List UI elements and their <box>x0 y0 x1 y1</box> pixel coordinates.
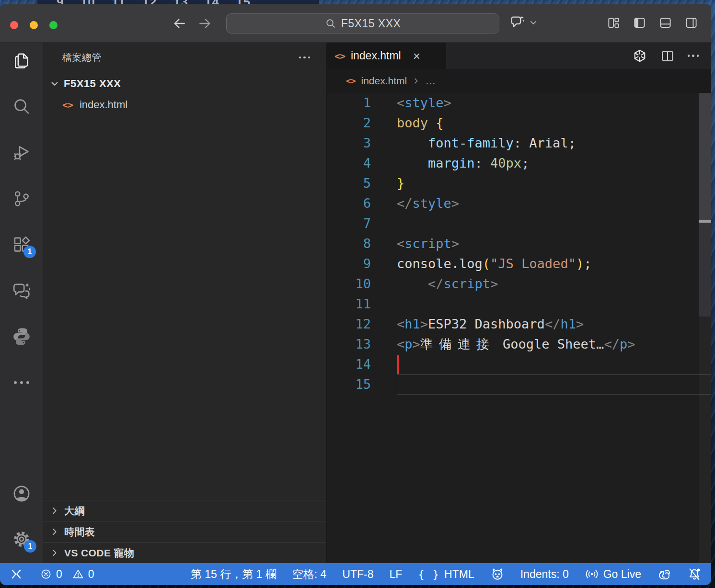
source-control-icon[interactable] <box>12 189 31 208</box>
vscode-pets-icon[interactable] <box>490 567 505 581</box>
warning-count: 0 <box>88 568 94 581</box>
line-number: 10 <box>327 274 397 294</box>
folder-row[interactable]: F5X15 XXX <box>43 73 326 94</box>
code-line[interactable]: 3 font-family: Arial; <box>327 133 711 153</box>
indent-guide <box>397 153 397 173</box>
line-number: 13 <box>327 334 397 354</box>
explorer-more-actions-icon[interactable] <box>299 57 311 59</box>
close-tab-icon[interactable]: × <box>413 50 420 62</box>
search-sidebar-icon[interactable] <box>12 97 31 116</box>
section-label: 時間表 <box>64 525 95 539</box>
editor-more-actions-icon[interactable] <box>688 55 699 57</box>
code-line[interactable]: 15 <box>327 374 711 395</box>
extensions-icon[interactable]: 1 <box>12 235 31 254</box>
explorer-icon[interactable] <box>12 51 31 70</box>
eol-status[interactable]: LF <box>389 568 402 581</box>
line-number: 11 <box>327 294 397 314</box>
language-status[interactable]: { } HTML <box>418 568 474 581</box>
code-line[interactable]: 10 </script> <box>327 274 711 294</box>
go-live-label: Go Live <box>603 568 641 581</box>
chevron-down-icon[interactable] <box>529 18 538 27</box>
copilot-chat-icon[interactable] <box>509 14 525 31</box>
code-line[interactable]: 9console.log("JS Loaded"); <box>327 254 711 274</box>
search-value: F5X15 XXX <box>341 17 401 30</box>
chevron-right-icon <box>50 548 59 557</box>
root-folder-name: F5X15 XXX <box>64 78 121 90</box>
code-line[interactable]: 13<p>準備連接 Google Sheet…</p> <box>327 334 711 354</box>
brackets-icon: { } <box>418 568 440 580</box>
activity-bar: 1 1 <box>0 43 43 563</box>
cursor-position-status[interactable]: 第 15 行，第 1 欄 <box>191 567 277 582</box>
command-center-search[interactable]: F5X15 XXX <box>226 13 499 34</box>
section-timeline[interactable]: 時間表 <box>43 521 326 542</box>
code-line[interactable]: 14 <box>327 354 711 374</box>
customize-layout-icon[interactable] <box>607 16 620 29</box>
code-line[interactable]: 12<h1>ESP32 Dashboard</h1> <box>327 314 711 334</box>
code-text: </style> <box>397 193 711 214</box>
code-line[interactable]: 2body { <box>327 113 711 133</box>
language-label: HTML <box>444 568 474 581</box>
indentation-status[interactable]: 空格: 4 <box>292 567 327 582</box>
minimize-window-button[interactable] <box>30 21 38 29</box>
remote-indicator-icon[interactable] <box>10 567 23 581</box>
toggle-panel-icon[interactable] <box>659 16 672 29</box>
code-text: margin: 40px; <box>397 153 711 173</box>
chat-sidebar-icon[interactable] <box>12 281 32 300</box>
code-text: font-family: Arial; <box>397 133 711 153</box>
split-editor-icon[interactable] <box>660 49 675 63</box>
account-icon[interactable] <box>12 484 32 503</box>
line-number: 15 <box>327 374 397 395</box>
run-debug-icon[interactable] <box>12 143 31 162</box>
breadcrumb-file[interactable]: index.html <box>361 75 407 87</box>
file-row-index-html[interactable]: <> index.html <box>43 94 326 115</box>
more-views-icon[interactable] <box>14 373 29 392</box>
encoding-status[interactable]: UTF-8 <box>342 568 373 581</box>
code-line[interactable]: 8<script> <box>327 234 711 254</box>
code-line[interactable]: 11 <box>327 294 711 314</box>
scrollbar-region <box>699 223 711 317</box>
breadcrumb-more[interactable]: … <box>425 75 437 87</box>
back-arrow-icon[interactable] <box>172 16 187 31</box>
text-cursor <box>397 355 399 374</box>
code-text <box>397 374 711 395</box>
python-icon[interactable] <box>12 327 32 346</box>
forward-arrow-icon[interactable] <box>197 16 213 31</box>
toggle-primary-sidebar-icon[interactable] <box>633 16 646 29</box>
notifications-dnd-bell-icon[interactable] <box>687 567 702 581</box>
section-vscode-pets[interactable]: VS CODE 寵物 <box>43 542 326 563</box>
code-editor[interactable]: 1<style>2body {3 font-family: Arial;4 ma… <box>327 93 711 563</box>
code-line[interactable]: 7 <box>327 214 711 234</box>
line-number: 8 <box>327 234 397 254</box>
section-label: 大綱 <box>64 504 85 518</box>
maximize-window-button[interactable] <box>49 21 58 29</box>
scrollbar-thumb[interactable] <box>699 93 711 221</box>
tab-index-html[interactable]: <> index.html × <box>327 43 447 69</box>
section-outline[interactable]: 大綱 <box>43 500 326 521</box>
go-live-status[interactable]: Go Live <box>585 568 641 581</box>
code-text: <p>準備連接 Google Sheet…</p> <box>397 334 711 354</box>
code-line[interactable]: 5} <box>327 173 711 193</box>
toggle-secondary-sidebar-icon[interactable] <box>685 16 698 29</box>
close-window-button[interactable] <box>10 21 18 29</box>
code-line[interactable]: 4 margin: 40px; <box>327 153 711 173</box>
code-text: } <box>397 173 711 193</box>
html-file-icon: <> <box>62 100 73 110</box>
settings-gear-icon[interactable]: 1 <box>12 530 32 549</box>
section-label: VS CODE 寵物 <box>64 546 134 560</box>
titlebar: F5X15 XXX <box>0 4 711 43</box>
chatgpt-icon[interactable] <box>632 48 647 64</box>
html-file-icon: <> <box>334 51 346 61</box>
code-line[interactable]: 1<style> <box>327 93 711 113</box>
breadcrumb[interactable]: <> index.html … <box>327 69 711 93</box>
code-line[interactable]: 6</style> <box>327 193 711 214</box>
squirrel-icon[interactable] <box>657 567 671 581</box>
code-text: <script> <box>397 234 711 254</box>
traffic-lights <box>10 21 58 29</box>
indent-guide <box>397 294 397 314</box>
search-icon <box>325 18 336 29</box>
problems-status[interactable]: 0 0 <box>40 568 94 581</box>
indents-status[interactable]: Indents: 0 <box>520 568 569 581</box>
code-text: </script> <box>397 274 711 294</box>
code-text <box>397 294 711 314</box>
line-number: 14 <box>327 354 397 374</box>
